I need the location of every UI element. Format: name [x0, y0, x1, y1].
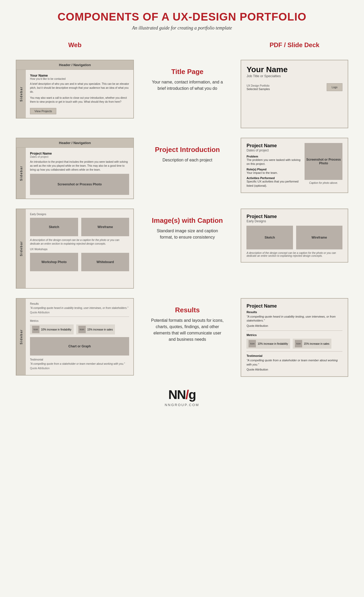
- web-mockup-row3: Sidebar Early Designs Sketch Wireframe A…: [16, 209, 134, 289]
- pdf-testimonial-label: Testimonial: [246, 354, 342, 357]
- pdf-problem-label: Problem: [246, 155, 300, 158]
- web-sidebar-row1: Sidebar: [16, 70, 26, 118]
- row4-center-desc: Potential formats and layouts for icons,…: [150, 317, 225, 343]
- pdf-metric1: Icon 10% increase in findability: [246, 339, 290, 349]
- web-icon1: Icon: [32, 326, 39, 333]
- pdf-role-text: Your impact to the team.: [246, 171, 300, 175]
- pdf-project-name-row2: Project Name: [246, 143, 300, 149]
- pdf-your-name: Your Name: [246, 65, 342, 74]
- web-metric1-label: 10% increase in findability: [41, 328, 72, 331]
- pdf-quote-row4: "A compelling quote heard in usability t…: [246, 315, 342, 323]
- web-whiteboard-box: Whiteboard: [81, 253, 129, 271]
- pdf-mockup-row2: Project Name Dates of project Problem Th…: [241, 138, 348, 193]
- web-metric2: Icon 15% increase in sales: [76, 324, 115, 334]
- pdf-test-quote: "A compelling quote from a stakeholder o…: [246, 358, 342, 367]
- page-title: COMPONENTS OF A UX-DESIGN PORTFOLIO: [16, 11, 348, 23]
- web-wireframe-box: Wireframe: [81, 218, 129, 236]
- pdf-col-header: PDF / Slide Deck: [270, 41, 319, 48]
- web-mockup-row1: Header / Navigation Sidebar Your Name Ho…: [16, 60, 134, 119]
- web-col-header: Web: [68, 41, 82, 48]
- pdf-project-name-row4: Project Name: [246, 303, 342, 309]
- web-header-row1: Header / Navigation: [16, 60, 133, 70]
- web-quote-attr-row4: Quote Attribution: [30, 311, 129, 314]
- web-test-attr: Quote Attribution: [30, 367, 129, 370]
- web-screenshot-box-row2: Screenshot or Process Photo: [30, 174, 129, 195]
- web-testimonial-label: Testimonial: [30, 358, 129, 361]
- pdf-logo-box: Logo: [327, 83, 342, 91]
- pdf-wireframe-box: Wireframe: [296, 226, 342, 249]
- pdf-sketch-box: Sketch: [246, 226, 293, 249]
- row2-center-label: Project Introduction: [155, 146, 220, 154]
- footer-logo-g: g: [189, 388, 196, 402]
- web-workshop-photo-box: Workshop Photo: [30, 253, 78, 271]
- web-metrics-label: Metrics: [30, 319, 129, 322]
- pdf-results-label: Results: [246, 310, 342, 314]
- web-metric1: Icon 10% increase in findability: [30, 324, 74, 334]
- web-metric2-label: 15% increase in sales: [87, 328, 113, 331]
- web-body-row2: An introduction to the project that incl…: [30, 160, 129, 172]
- web-body2: You may also want a call to action to cl…: [30, 96, 129, 104]
- pdf-quote-attr-row4: Quote Attribution: [246, 324, 342, 328]
- pdf-project-name-row3: Project Name: [246, 214, 342, 219]
- web-icon2: Icon: [78, 326, 86, 333]
- pdf-mockup-row4: Project Name Results "A compelling quote…: [241, 298, 348, 377]
- pdf-icon1: Icon: [249, 340, 256, 347]
- footer-logo-slash: /: [185, 388, 188, 402]
- pdf-activities-text: Specific UX activities that you performe…: [246, 180, 300, 188]
- pdf-portfolio-label: UX Design Portfolio: [246, 84, 270, 87]
- pdf-dates-row2: Dates of project: [246, 149, 300, 152]
- row4-center-label: Results: [175, 306, 200, 314]
- web-workshops-label: UX Workshops: [30, 248, 129, 251]
- web-sidebar-row3: Sidebar: [16, 209, 26, 288]
- view-projects-button[interactable]: View Projects: [30, 108, 56, 114]
- footer-logo: NN/g: [16, 387, 348, 402]
- web-quote-row4: "A compelling quote heard in usability t…: [30, 306, 129, 310]
- footer-url: NNGROUP.COM: [16, 403, 348, 407]
- pdf-metric2-label: 15% increase in sales: [304, 342, 329, 345]
- web-dates-row2: Dates of project: [30, 155, 129, 158]
- row2-center-desc: Description of each project: [163, 157, 212, 163]
- row3-center-label: Image(s) with Caption: [152, 216, 223, 225]
- pdf-job-title: Job Title or Specialties: [246, 74, 342, 78]
- pdf-selected: Selected Samples: [246, 87, 270, 91]
- pdf-early-designs-row3: Early Designs: [246, 219, 342, 223]
- pdf-icon2: Icon: [295, 340, 302, 347]
- pdf-metrics-label: Metrics: [246, 333, 342, 337]
- web-sidebar-row2: Sidebar: [16, 148, 26, 199]
- row3-center-desc: Standard image size and caption format, …: [150, 228, 225, 240]
- page-subtitle: An illustrated guide for creating a port…: [16, 25, 348, 31]
- pdf-caption-row3: A description of the design concept can …: [246, 251, 342, 257]
- web-caption-row3: A description of the design concept can …: [30, 238, 129, 246]
- row1-center-label: Title Page: [171, 68, 203, 76]
- pdf-metric2: Icon 15% increase in sales: [293, 339, 331, 349]
- web-proj-name-row2: Project Name: [30, 151, 129, 155]
- web-test-quote: "A compelling quote from a stakeholder o…: [30, 362, 129, 366]
- web-contact: How you'd like to be contacted: [30, 77, 129, 80]
- pdf-problem-text: The problem you were tasked with solving…: [246, 158, 300, 166]
- pdf-caption-row2: Caption for photo above.: [309, 181, 338, 184]
- pdf-screenshot-box-row2: Screenshot or Process Photo: [305, 143, 342, 180]
- web-body1: A brief description of who you are and i…: [30, 82, 129, 94]
- web-sketch-box: Sketch: [30, 218, 78, 236]
- web-your-name: Your Name: [30, 73, 129, 77]
- footer-logo-nn: NN: [168, 388, 185, 402]
- pdf-mockup-row1: Your Name Job Title or Specialties UX De…: [241, 60, 348, 128]
- pdf-metric1-label: 10% increase in findability: [257, 342, 288, 345]
- footer: NN/g NNGROUP.COM: [16, 387, 348, 407]
- pdf-mockup-row3: Project Name Early Designs Sketch Wirefr…: [241, 209, 348, 263]
- web-mockup-row4: Sidebar Results "A compelling quote hear…: [16, 298, 134, 376]
- row1-center-desc: Your name, contact information, and a br…: [150, 79, 225, 92]
- web-results-label: Results: [30, 302, 129, 305]
- web-chart-box: Chart or Graph: [30, 337, 129, 356]
- web-sidebar-row4: Sidebar: [16, 299, 26, 375]
- web-mockup-row2: Header / Navigation Sidebar Project Name…: [16, 138, 134, 199]
- pdf-test-attr: Quote Attribution: [246, 368, 342, 372]
- web-header-row2: Header / Navigation: [16, 138, 133, 148]
- pdf-role-label: Role(s) Played: [246, 168, 300, 171]
- pdf-activities-label: Activities Performed: [246, 176, 300, 180]
- web-early-designs-label: Early Designs: [30, 213, 129, 216]
